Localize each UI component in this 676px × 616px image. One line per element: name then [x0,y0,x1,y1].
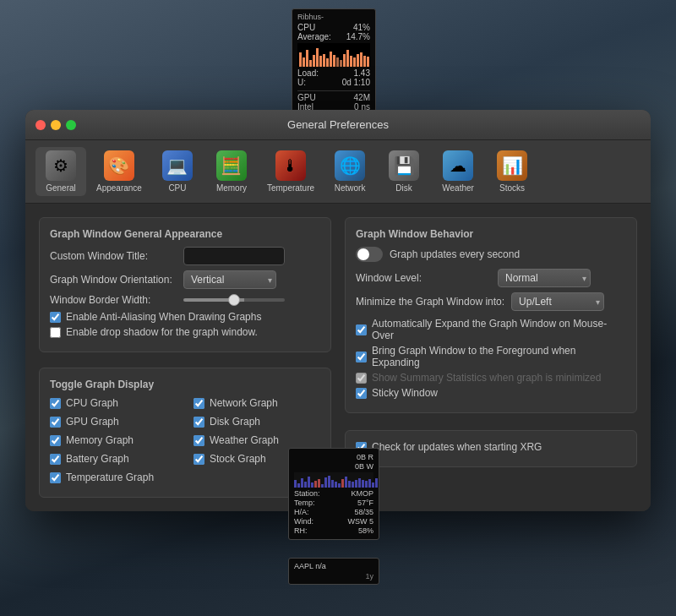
updates-check-section: Check for updates when starting XRG [345,430,637,467]
show-summary-checkbox[interactable] [356,373,367,384]
sticky-window-row: Sticky Window [356,387,626,399]
window-level-label: Window Level: [356,272,491,284]
border-width-label: Window Border Width: [50,294,177,306]
auto-expand-checkbox[interactable] [356,324,367,335]
graph-battery-row: Battery Graph [50,453,177,465]
graph-memory-checkbox[interactable] [50,435,61,446]
drop-shadow-label: Enable drop shadow for the graph window. [66,326,258,338]
network-graph [294,472,373,488]
custom-title-input[interactable] [183,247,285,265]
updates-row: Graph updates every second [356,247,626,262]
graph-network-row: Network Graph [194,397,320,409]
minimize-into-label: Minimize the Graph Window into: [356,296,504,308]
toolbar-label-weather: Weather [442,183,474,193]
station-row: Station: KMOP [294,489,373,498]
toolbar-label-cpu: CPU [168,183,186,193]
window-level-select-wrapper: Normal Floating Desktop [498,269,591,287]
behavior-section: Graph Window Behavior Graph updates ever… [345,217,637,413]
window-level-row: Window Level: Normal Floating Desktop [356,269,626,287]
anti-alias-row: Enable Anti-Aliasing When Drawing Graphs [50,311,320,323]
check-updates-row: Check for updates when starting XRG [356,441,626,453]
drop-shadow-row: Enable drop shadow for the graph window. [50,326,320,338]
toolbar-label-stocks: Stocks [499,183,525,193]
anti-alias-checkbox[interactable] [50,312,61,323]
toolbar-item-cpu[interactable]: 💻 CPU [152,147,203,196]
close-button[interactable] [35,120,46,130]
toolbar-item-general[interactable]: ⚙ General [35,147,86,196]
minimize-button[interactable] [51,120,61,130]
show-summary-row: Show Summary Statistics when graph is mi… [356,372,626,384]
bring-foreground-row: Bring Graph Window to the Foreground whe… [356,345,626,368]
network-r-row: 0B R [294,453,373,461]
graph-cpu-checkbox[interactable] [50,398,61,409]
toggle-knob [357,248,369,260]
wind-row: Wind: WSW 5 [294,517,373,526]
toolbar-item-memory[interactable]: 🧮 Memory [206,147,257,196]
border-width-row: Window Border Width: [50,294,320,306]
orientation-select[interactable]: Vertical Horizontal [183,270,276,289]
minimize-into-select[interactable]: Up/Left Down/Left Up/Right Down/Right [511,292,604,311]
temperature-icon: 🌡 [275,150,306,181]
temp-row: Temp: 57°F [294,499,373,507]
sticky-window-checkbox[interactable] [356,388,367,399]
toolbar-item-weather[interactable]: ☁ Weather [433,147,483,196]
toolbar-label-disk: Disk [395,183,412,193]
graph-gpu-checkbox[interactable] [50,417,61,428]
drop-shadow-checkbox[interactable] [50,327,61,338]
toolbar-item-network[interactable]: 🌐 Network [324,147,375,196]
traffic-lights [35,120,76,130]
appearance-icon: 🎨 [104,150,134,181]
toolbar-item-disk[interactable]: 💾 Disk [379,147,429,196]
sticky-window-label: Sticky Window [372,387,438,399]
updates-toggle[interactable] [356,247,383,262]
network-icon: 🌐 [335,150,365,181]
toolbar-label-appearance: Appearance [96,183,142,193]
graph-disk-label: Disk Graph [210,416,260,428]
check-updates-label: Check for updates when starting XRG [372,441,542,453]
graph-cpu-label: CPU Graph [66,397,118,409]
graph-stock-checkbox[interactable] [194,454,204,465]
bring-foreground-label: Bring Graph Window to the Foreground whe… [372,345,626,368]
graph-weather-checkbox[interactable] [194,435,204,446]
widget-cpu-row: CPU 41% [297,23,370,32]
graph-disk-checkbox[interactable] [194,417,204,428]
right-panel: Graph Window Behavior Graph updates ever… [345,217,637,498]
toolbar-item-temperature[interactable]: 🌡 Temperature [260,147,321,196]
toolbar-label-general: General [46,183,76,193]
timeframe-label: 1y [294,572,373,581]
updates-label: Graph updates every second [390,248,520,260]
widget-avg-row: Average: 14.7% [297,32,370,41]
toolbar-label-temperature: Temperature [267,183,314,193]
graph-stock-label: Stock Graph [210,453,266,465]
stocks-icon: 📊 [497,150,527,181]
title-bar: General Preferences [25,110,651,140]
graph-cpu-row: CPU Graph [50,397,177,409]
appearance-section: Graph Window General Appearance Custom W… [39,217,331,352]
custom-title-row: Custom Window Title: [50,247,320,265]
auto-expand-row: Automatically Expand the Graph Window on… [356,318,626,341]
toolbar-label-memory: Memory [216,183,247,193]
graph-gpu-row: GPU Graph [50,416,177,428]
bring-foreground-checkbox[interactable] [356,352,367,363]
graph-temperature-checkbox[interactable] [50,472,61,483]
graph-memory-label: Memory Graph [66,434,134,446]
graph-battery-checkbox[interactable] [50,454,61,465]
maximize-button[interactable] [66,120,76,130]
border-width-slider[interactable] [183,298,285,302]
graph-network-checkbox[interactable] [194,398,204,409]
behavior-section-title: Graph Window Behavior [356,228,626,240]
widget-graph [297,43,370,67]
rh-row: RH: 58% [294,526,373,535]
widget-stocks: AAPL n/a 1y [288,558,379,585]
toolbar-item-stocks[interactable]: 📊 Stocks [487,147,537,196]
graph-network-label: Network Graph [210,397,278,409]
orientation-row: Graph Window Orientation: Vertical Horiz… [50,270,320,289]
graph-temperature-row: Temperature Graph [50,472,177,483]
window-level-select[interactable]: Normal Floating Desktop [498,269,591,287]
anti-alias-label: Enable Anti-Aliasing When Drawing Graphs [66,311,261,323]
network-w-row: 0B W [294,462,373,471]
auto-expand-label: Automatically Expand the Graph Window on… [372,318,626,341]
widget-load-row: Load: 1.43 [297,68,370,78]
toolbar-item-appearance[interactable]: 🎨 Appearance [90,147,149,196]
widget-gpu-row: GPU 42M [297,93,370,102]
